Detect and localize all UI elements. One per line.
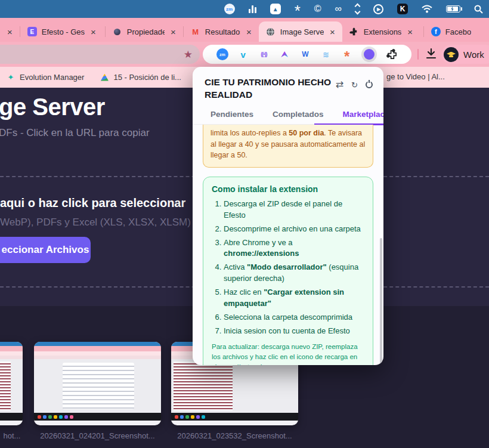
screen: zm ▲ * © ∞ ▶ K × E Efesto - Ges × xyxy=(0,0,489,448)
profile-chip[interactable]: Work xyxy=(441,45,489,64)
screenshot-thumbnail[interactable] xyxy=(0,342,23,425)
vimeo-extension-icon[interactable]: v xyxy=(237,48,249,60)
install-title: Como instalar la extension xyxy=(212,184,364,194)
broadcast-extension-icon[interactable]: ((•)) xyxy=(258,48,270,60)
close-icon[interactable]: × xyxy=(406,27,414,36)
close-icon[interactable]: × xyxy=(169,27,177,36)
bookmark-star-icon[interactable]: ★ xyxy=(184,48,193,61)
update-note: Para actualizar: descarga nuevo ZIP, ree… xyxy=(212,342,364,365)
starburst-extension-icon[interactable]: * xyxy=(341,48,353,60)
install-instructions-box: Como instalar la extension Descarga el Z… xyxy=(203,177,373,365)
tab-extensions[interactable]: Extensions × xyxy=(342,21,423,42)
install-step: Abre Chrome y ve a chrome://extensions xyxy=(224,237,364,260)
waves-extension-icon[interactable]: ≋ xyxy=(320,48,332,60)
profile-label: Work xyxy=(463,50,484,60)
keka-icon[interactable]: K xyxy=(397,4,408,14)
propiedades-favicon xyxy=(113,27,122,36)
tab-image-server[interactable]: Image Server × xyxy=(259,21,342,42)
spotlight-search-icon[interactable] xyxy=(474,4,483,14)
zoom-extension-icon[interactable]: zm xyxy=(216,48,228,60)
updown-chevrons-icon[interactable] xyxy=(355,4,360,14)
tab-pendientes[interactable]: Pendientes xyxy=(211,110,253,124)
tab-marketplace[interactable]: Marketplace xyxy=(343,110,383,124)
install-steps: Descarga el ZIP desde el panel de Efesto… xyxy=(212,199,364,336)
install-step: Descarga el ZIP desde el panel de Efesto xyxy=(224,199,364,221)
popup-scrollbar[interactable] xyxy=(380,238,382,365)
efesto-extension-icon-active[interactable] xyxy=(361,47,377,62)
select-files-button[interactable]: eccionar Archivos xyxy=(0,237,91,263)
browser-toolbar: ★ zm v ((•)) W ≋ * Work xyxy=(0,42,489,67)
close-icon[interactable]: × xyxy=(89,27,97,36)
puzzle-favicon xyxy=(349,27,359,36)
drive-icon xyxy=(100,73,109,82)
swap-icon[interactable]: ⇄ xyxy=(336,80,343,89)
install-step: Descomprime el archivo en una carpeta xyxy=(224,224,364,235)
facebook-favicon: f xyxy=(431,27,441,36)
tab-propiedades[interactable]: Propiedades × xyxy=(106,21,183,42)
thumbnail-caption: 20260321_024201_Screenshot... xyxy=(34,431,161,440)
wrike-extension-icon[interactable]: W xyxy=(299,48,311,60)
download-icon[interactable] xyxy=(425,47,438,63)
copyright-menubar-icon[interactable]: © xyxy=(314,4,321,14)
bookmark-posicion[interactable]: 15 - Posición de li... xyxy=(100,73,181,82)
dropzone-formats: WebP), PDFs y Excel (XLS, XLSX, XLSM) xyxy=(0,217,191,228)
close-icon[interactable]: × xyxy=(6,27,14,36)
install-step: Selecciona la carpeta descomprimida xyxy=(224,312,364,323)
extensions-puzzle-icon[interactable] xyxy=(386,48,398,60)
drive-menubar-icon[interactable]: ▲ xyxy=(270,4,281,14)
bookmark-evolution-manager[interactable]: ✦ Evolution Manager xyxy=(6,73,84,82)
address-bar[interactable]: ★ xyxy=(0,45,200,64)
avatar xyxy=(444,47,459,62)
creative-cloud-icon[interactable]: ∞ xyxy=(335,4,342,14)
install-step: Activa "Modo desarrollador" (esquina sup… xyxy=(224,262,364,285)
play-menubar-icon[interactable]: ▶ xyxy=(373,4,383,14)
spark-menubar-icon[interactable]: * xyxy=(295,4,301,14)
battery-icon[interactable] xyxy=(446,4,460,14)
tab-strip: × E Efesto - Ges × Propiedades × M Resul… xyxy=(0,18,489,42)
dropzone-title: aqui o haz click para seleccionar xyxy=(0,196,185,210)
tab-resultados[interactable]: M Resultados d × xyxy=(184,21,259,42)
thumbnail-caption: 20260321_023532_Screenshot... xyxy=(171,431,298,440)
popup-actions: ⇄ ↻ xyxy=(336,76,373,101)
wifi-icon[interactable] xyxy=(422,4,432,14)
extensions-pill: zm v ((•)) W ≋ * xyxy=(203,45,411,64)
rate-limit-warning: limita los auto-replies a 50 por dia. Te… xyxy=(203,125,373,168)
efesto-favicon: E xyxy=(27,27,37,36)
popup-header: CIE TU PATRIMONIO HECHO REALIDAD ⇄ ↻ xyxy=(193,67,383,101)
zoom-app-icon[interactable]: zm xyxy=(224,4,235,14)
install-step: Inicia sesion con tu cuenta de Efesto xyxy=(224,326,364,337)
refresh-icon[interactable]: ↻ xyxy=(351,81,358,89)
power-icon[interactable] xyxy=(366,81,373,88)
page-subtitle: DFs - Click en la URL para copiar xyxy=(0,127,150,139)
macos-menubar: zm ▲ * © ∞ ▶ K xyxy=(0,0,489,18)
stats-icon[interactable] xyxy=(249,5,256,13)
tab-facebook[interactable]: f Facebo xyxy=(424,21,477,42)
screenshot-thumbnail[interactable] xyxy=(34,342,161,425)
close-icon[interactable]: × xyxy=(245,27,253,36)
install-step: Haz clic en "Cargar extension sin empaqu… xyxy=(224,287,364,310)
popup-tabs: Pendientes Completados Marketplace xyxy=(193,101,383,125)
clickup-extension-icon[interactable] xyxy=(278,48,290,60)
extension-popup: CIE TU PATRIMONIO HECHO REALIDAD ⇄ ↻ Pen… xyxy=(193,67,383,365)
sparkle-icon: ✦ xyxy=(6,73,16,82)
popup-content[interactable]: limita los auto-replies a 50 por dia. Te… xyxy=(193,125,383,365)
toolbar-separator xyxy=(417,49,419,60)
gmail-favicon: M xyxy=(191,27,200,36)
globe-favicon xyxy=(266,27,276,36)
tab-partial-left[interactable]: × xyxy=(2,21,20,42)
page-title: ge Server xyxy=(0,94,105,121)
tab-efesto[interactable]: E Efesto - Ges × xyxy=(20,21,105,42)
bookmark-image-to-video[interactable]: ge to Video | Al... xyxy=(386,72,445,81)
tab-completados[interactable]: Completados xyxy=(273,110,324,124)
close-icon[interactable]: × xyxy=(329,27,336,36)
popup-title: CIE TU PATRIMONIO HECHO REALIDAD xyxy=(205,76,336,101)
thumbnail-caption: hot... xyxy=(0,431,24,440)
